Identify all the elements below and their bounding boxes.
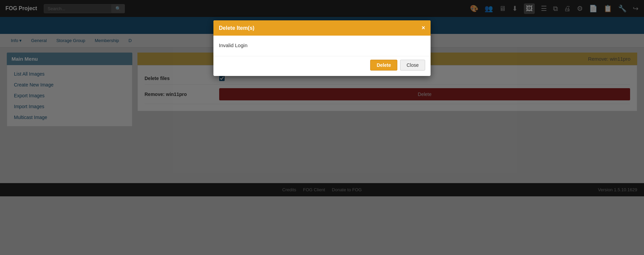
modal: Delete Item(s) × Invalid Login Delete Cl… [213, 20, 431, 76]
modal-body: Invalid Login [213, 36, 431, 56]
modal-delete-button[interactable]: Delete [370, 60, 397, 71]
modal-body-text: Invalid Login [219, 42, 247, 48]
modal-close-button[interactable]: Close [400, 60, 425, 71]
modal-title: Delete Item(s) [219, 25, 254, 31]
modal-overlay: Delete Item(s) × Invalid Login Delete Cl… [0, 0, 644, 196]
modal-footer: Delete Close [213, 56, 431, 76]
modal-close-x-button[interactable]: × [421, 24, 425, 32]
modal-header: Delete Item(s) × [213, 20, 431, 36]
